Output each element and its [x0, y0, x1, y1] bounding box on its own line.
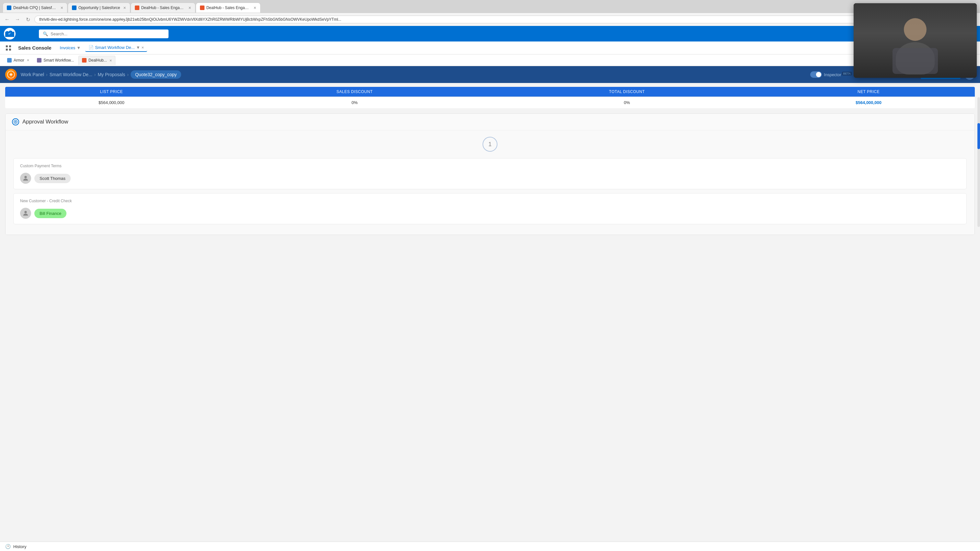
- svg-rect-2: [6, 49, 8, 51]
- smart-workflow-dropdown-icon[interactable]: ▼: [136, 45, 140, 50]
- invoices-label: Invoices: [60, 45, 75, 50]
- history-bar: 🕐 History: [0, 541, 980, 551]
- price-table-row: $564,000,000 0% 0% $564,000,000: [5, 97, 975, 108]
- total-discount-header: TOTAL DISCOUNT: [492, 87, 762, 97]
- app-title: Sales Console: [14, 45, 56, 51]
- svg-rect-3: [9, 49, 11, 51]
- browser-tab-3[interactable]: DealHub - Sales Engagement ×: [130, 3, 196, 13]
- inspector-label: InspectorBETA: [824, 72, 852, 77]
- breadcrumb: Work Panel › Smart Workflow De... › My P…: [21, 70, 810, 79]
- approval-workflow-body: 1 Custom Payment Terms Scott Thomas: [5, 130, 975, 235]
- smart-workflow-label: Smart Workflow De...: [95, 45, 135, 50]
- breadcrumb-sep-3: ›: [127, 72, 129, 77]
- toggle-track[interactable]: [810, 71, 822, 78]
- forward-button[interactable]: →: [14, 16, 21, 23]
- approval-workflow-header: Approval Workflow: [5, 114, 975, 130]
- history-label[interactable]: History: [13, 544, 26, 549]
- armor-subtab[interactable]: Armor ×: [4, 56, 32, 65]
- approval-workflow-section: Approval Workflow 1 Custom Payment Terms: [5, 113, 975, 235]
- breadcrumb-sep-2: ›: [94, 72, 96, 77]
- app-grid-icon[interactable]: [4, 43, 13, 53]
- inspector-toggle[interactable]: InspectorBETA: [810, 71, 852, 78]
- price-table-container: LIST PRICE SALES DISCOUNT TOTAL DISCOUNT…: [5, 87, 975, 108]
- net-price-header: NET PRICE: [762, 87, 975, 97]
- url-input[interactable]: thriviti-dev-ed.lightning.force.com/one/…: [34, 16, 953, 23]
- search-bar[interactable]: 🔍: [39, 30, 169, 38]
- tab3-close-icon[interactable]: ×: [189, 5, 191, 10]
- history-icon: 🕐: [5, 544, 11, 549]
- payment-terms-approver-row: Scott Thomas: [20, 173, 960, 184]
- webcam-overlay: [854, 3, 977, 78]
- breadcrumb-myproposals[interactable]: My Proposals: [97, 72, 125, 77]
- dealhub-logo: [5, 69, 17, 80]
- invoices-dropdown-icon[interactable]: ▼: [76, 45, 81, 50]
- app-nav-bar: Sales Console Invoices ▼ 📄 Smart Workflo…: [0, 41, 980, 54]
- svg-rect-0: [6, 45, 8, 47]
- browser-chrome: DealHub CPQ | Salesforce × Opportunity |…: [0, 0, 980, 26]
- person-in-video: [854, 3, 977, 78]
- main-content: LIST PRICE SALES DISCOUNT TOTAL DISCOUNT…: [0, 83, 980, 551]
- armor-subtab-close-icon[interactable]: ×: [27, 58, 30, 62]
- breadcrumb-workpanel[interactable]: Work Panel: [21, 72, 44, 77]
- scrollbar-track[interactable]: [977, 97, 980, 227]
- list-price-header: LIST PRICE: [5, 87, 218, 97]
- bill-finance-avatar: [20, 208, 31, 219]
- svg-point-6: [24, 176, 27, 178]
- approval-card-payment-terms: Custom Payment Terms Scott Thomas: [13, 158, 967, 189]
- scrollbar-thumb[interactable]: [977, 123, 980, 149]
- tab2-close-icon[interactable]: ×: [124, 5, 126, 10]
- browser-tab-4[interactable]: DealHub - Sales Engagement ×: [196, 3, 261, 13]
- address-bar: ← → ↻ thriviti-dev-ed.lightning.force.co…: [0, 13, 980, 26]
- price-table-header-row: LIST PRICE SALES DISCOUNT TOTAL DISCOUNT…: [5, 87, 975, 97]
- approval-card-credit-check: New Customer - Credit Check Bill Finance: [13, 193, 967, 224]
- browser-tab-1[interactable]: DealHub CPQ | Salesforce ×: [3, 3, 67, 13]
- net-price-value: $564,000,000: [762, 97, 975, 108]
- list-price-value: $564,000,000: [5, 97, 218, 108]
- breadcrumb-sep-1: ›: [46, 72, 48, 77]
- smart-workflow-close-icon[interactable]: ×: [142, 45, 144, 50]
- toggle-thumb: [816, 72, 821, 77]
- credit-check-approver-row: Bill Finance: [20, 208, 960, 219]
- approval-workflow-title: Approval Workflow: [22, 119, 68, 125]
- approval-collapse-button[interactable]: [12, 118, 19, 126]
- svg-point-7: [24, 211, 27, 213]
- dealhub-subtab[interactable]: DealHub... ×: [78, 56, 115, 65]
- breadcrumb-quote[interactable]: Quote32_copy_copy: [130, 70, 181, 79]
- credit-check-card-title: New Customer - Credit Check: [20, 199, 960, 203]
- breadcrumb-smartworkflow[interactable]: Smart Workflow De...: [49, 72, 92, 77]
- bill-finance-name-tag: Bill Finance: [34, 209, 67, 218]
- total-discount-value: 0%: [492, 97, 762, 108]
- step-indicator: 1: [482, 137, 498, 152]
- tab1-close-icon[interactable]: ×: [60, 5, 63, 10]
- video-feed: [854, 3, 977, 78]
- salesforce-header: 🔍 🔔 2 S: [0, 26, 980, 41]
- sales-discount-value: 0%: [218, 97, 492, 108]
- tab4-close-icon[interactable]: ×: [254, 5, 256, 10]
- back-button[interactable]: ←: [3, 16, 11, 23]
- dealhub-subtab-close-icon[interactable]: ×: [110, 58, 112, 63]
- refresh-button[interactable]: ↻: [24, 16, 32, 23]
- svg-rect-1: [9, 45, 11, 47]
- scott-thomas-avatar: [20, 173, 31, 184]
- payment-terms-card-title: Custom Payment Terms: [20, 164, 960, 168]
- search-icon: 🔍: [43, 32, 48, 36]
- sales-discount-header: SALES DISCOUNT: [218, 87, 492, 97]
- browser-tab-2[interactable]: Opportunity | Salesforce ×: [68, 3, 130, 13]
- smart-workflow-nav-item[interactable]: 📄 Smart Workflow De... ▼ ×: [85, 44, 147, 52]
- dealhub-nav: Work Panel › Smart Workflow De... › My P…: [0, 66, 980, 83]
- smart-workflow-subtab[interactable]: Smart Workflow...: [34, 56, 77, 65]
- scott-thomas-name-tag: Scott Thomas: [34, 174, 71, 183]
- salesforce-logo[interactable]: [4, 28, 16, 40]
- search-input[interactable]: [51, 32, 165, 36]
- invoices-nav-item[interactable]: Invoices ▼: [57, 44, 84, 51]
- subtab-bar: Armor × Smart Workflow... DealHub... ×: [0, 54, 980, 66]
- browser-tab-bar: DealHub CPQ | Salesforce × Opportunity |…: [0, 0, 980, 13]
- price-table: LIST PRICE SALES DISCOUNT TOTAL DISCOUNT…: [5, 87, 975, 108]
